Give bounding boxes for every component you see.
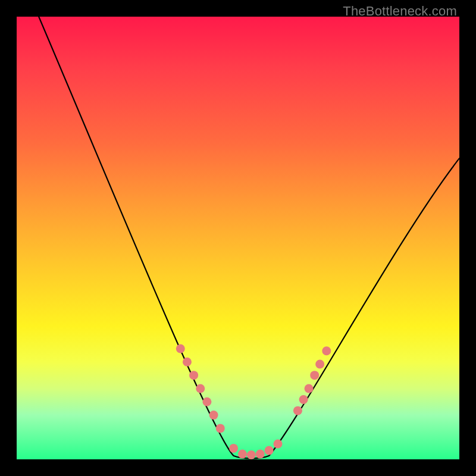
bottleneck-curve — [39, 17, 459, 459]
curve-marker — [322, 346, 331, 355]
curve-marker — [238, 450, 247, 459]
curve-marker — [293, 406, 302, 415]
curve-marker — [189, 371, 198, 380]
chart-frame: TheBottleneck.com — [0, 0, 476, 476]
curve-marker — [229, 444, 238, 453]
curve-marker — [216, 424, 225, 433]
curve-marker — [310, 371, 319, 380]
curve-marker — [305, 384, 314, 393]
watermark-text: TheBottleneck.com — [343, 4, 457, 19]
curve-marker — [256, 450, 265, 459]
curve-marker — [315, 360, 324, 369]
curve-marker — [202, 397, 211, 406]
curve-marker — [299, 395, 308, 404]
curve-marker — [176, 345, 185, 353]
marker-group — [176, 345, 331, 460]
curve-layer — [17, 17, 459, 459]
curve-marker — [183, 358, 192, 367]
curve-marker — [273, 439, 282, 448]
plot-area — [17, 17, 459, 459]
curve-marker — [196, 384, 205, 393]
curve-marker — [265, 446, 274, 455]
curve-marker — [209, 411, 218, 419]
curve-marker — [247, 450, 256, 459]
